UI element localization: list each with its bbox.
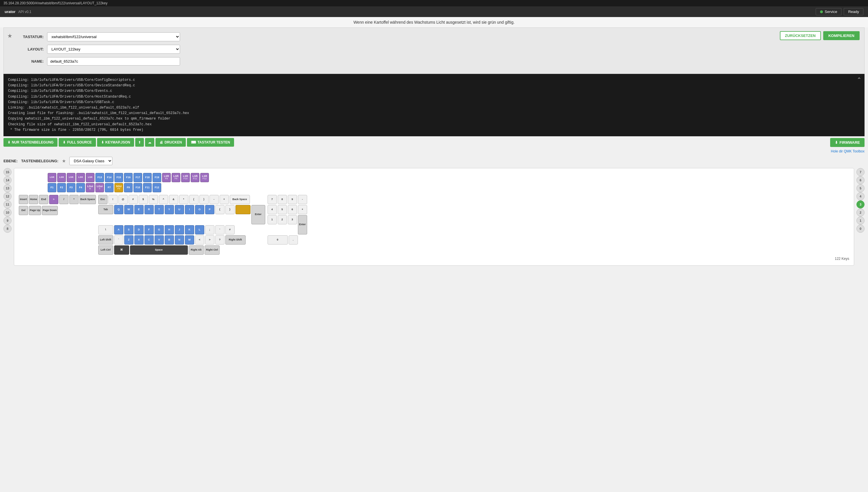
key[interactable]: F11 (143, 183, 152, 192)
key[interactable]: K (185, 225, 194, 235)
key[interactable]: X (134, 235, 144, 245)
key[interactable]: * (179, 195, 188, 204)
key[interactable]: ! (108, 195, 118, 204)
key[interactable]: H (165, 225, 174, 235)
key[interactable]: LSft (76, 173, 85, 182)
name-input[interactable] (47, 57, 180, 66)
key[interactable]: - (210, 195, 219, 204)
layer-circle[interactable]: 0 (857, 225, 865, 233)
key[interactable]: 8 (278, 195, 287, 204)
key[interactable]: 4 (267, 205, 277, 214)
reset-button[interactable]: ZURÜCKSETZEN (780, 31, 821, 40)
key[interactable]: C (144, 235, 154, 245)
key[interactable]: Page Up (29, 206, 41, 215)
key[interactable]: + (219, 195, 229, 204)
key[interactable]: F7 (105, 183, 114, 192)
key[interactable]: > (49, 195, 58, 204)
key[interactable]: 7 (267, 195, 277, 204)
layer-circle[interactable]: 11 (3, 200, 11, 208)
key[interactable]: / (59, 195, 69, 204)
key[interactable]: LSft (67, 173, 75, 182)
key[interactable]: @ (118, 195, 128, 204)
key[interactable]: F12 (153, 183, 161, 192)
key[interactable]: LSft (57, 173, 66, 182)
key[interactable]: Right Alt (189, 245, 204, 255)
key[interactable]: Insert (19, 195, 28, 204)
key[interactable]: > (205, 235, 214, 245)
key[interactable]: F17 (134, 173, 142, 182)
layer-circle[interactable]: 6 (857, 176, 865, 184)
cloud-upload-button[interactable]: ☁ (145, 138, 154, 147)
key[interactable]: M (185, 235, 194, 245)
key[interactable]: + (298, 205, 307, 214)
key[interactable] (235, 205, 251, 214)
key[interactable]: Left Shift (98, 235, 113, 245)
key[interactable]: Z (124, 235, 134, 245)
key[interactable]: Page Down (42, 206, 58, 215)
key[interactable]: U (175, 205, 184, 214)
theme-select[interactable]: DSA Galaxy ClassGMK CarbonGMK MiamiSA Ca… (69, 157, 112, 165)
key[interactable]: 5 (278, 205, 287, 214)
favorite-button[interactable]: ★ (7, 32, 13, 39)
key[interactable]: SGUF5 (114, 183, 123, 192)
key[interactable]: - (298, 195, 307, 204)
layer-circle[interactable]: 4 (857, 192, 865, 200)
key[interactable]: LSftF10 (181, 173, 190, 182)
key[interactable]: D (134, 225, 144, 235)
tastatur-testen-button[interactable]: ⌨ TASTATUR TESTEN (187, 138, 234, 147)
key[interactable]: \ (98, 225, 113, 235)
key[interactable]: F13 (95, 173, 104, 182)
key[interactable]: F14 (105, 173, 114, 182)
key[interactable]: } (226, 205, 235, 214)
key[interactable]: # (128, 195, 138, 204)
full-source-button[interactable]: ⬇ FULL SOURCE (58, 138, 96, 147)
key[interactable]: LGuiR (86, 183, 94, 192)
layer-circle[interactable]: 10 (3, 208, 11, 217)
key[interactable]: N (175, 235, 184, 245)
key[interactable]: Space (130, 245, 188, 255)
key[interactable]: End (39, 195, 48, 204)
key[interactable]: E (134, 205, 144, 214)
keymap-json-button[interactable]: ⬇ KEYMAP.JSON (97, 138, 134, 147)
compile-button[interactable]: KOMPILIEREN (823, 31, 860, 40)
key[interactable]: Esc (98, 195, 108, 204)
key[interactable]: $ (139, 195, 148, 204)
key[interactable]: 1 (267, 215, 277, 224)
key[interactable]: LSftF12 (200, 173, 209, 182)
firmware-button[interactable]: ⬇ FIRMWARE (830, 138, 865, 147)
layer-circle[interactable]: 12 (3, 192, 11, 200)
key[interactable]: F4 (76, 183, 85, 192)
key[interactable]: LSftF8 (162, 173, 171, 182)
layout-select[interactable]: LAYOUT_122key (47, 45, 180, 54)
key[interactable]: < (195, 235, 204, 245)
key[interactable]: 2 (278, 215, 287, 224)
layer-circle[interactable]: 13 (3, 184, 11, 192)
key[interactable]: F3 (67, 183, 75, 192)
key[interactable]: Enter (298, 215, 307, 235)
key[interactable]: Tab (98, 205, 113, 214)
toolbox-link[interactable]: Hole dir QMK Toolbox (0, 149, 868, 154)
key[interactable]: * (69, 195, 78, 204)
key[interactable]: ? (215, 235, 225, 245)
key[interactable]: ) (200, 195, 209, 204)
layer-circle[interactable]: 15 (3, 168, 11, 176)
tastatur-select[interactable]: xwhatsit/ibm/f122/universal (47, 32, 180, 41)
key[interactable]: Back Space (230, 195, 250, 204)
layer-circle[interactable]: 5 (857, 184, 865, 192)
key[interactable]: P (205, 205, 214, 214)
key[interactable]: 6 (288, 205, 297, 214)
drucken-button[interactable]: 🖨 DRUCKEN (156, 138, 186, 147)
layer-circle[interactable]: 9 (3, 217, 11, 225)
nur-tastenbelegung-button[interactable]: ⬇ NUR TASTENBELEGUNG (3, 138, 57, 147)
key[interactable]: R (144, 205, 154, 214)
key[interactable]: Back Space (79, 195, 96, 204)
key[interactable]: J (175, 225, 184, 235)
key[interactable]: O (195, 205, 204, 214)
key[interactable]: ' (215, 225, 225, 235)
key[interactable]: Right Ctrl (205, 245, 219, 255)
key[interactable]: { (215, 205, 225, 214)
key[interactable]: Del (19, 206, 28, 215)
key[interactable]: B (165, 235, 174, 245)
key[interactable]: F10 (134, 183, 142, 192)
key[interactable]: L (195, 225, 204, 235)
